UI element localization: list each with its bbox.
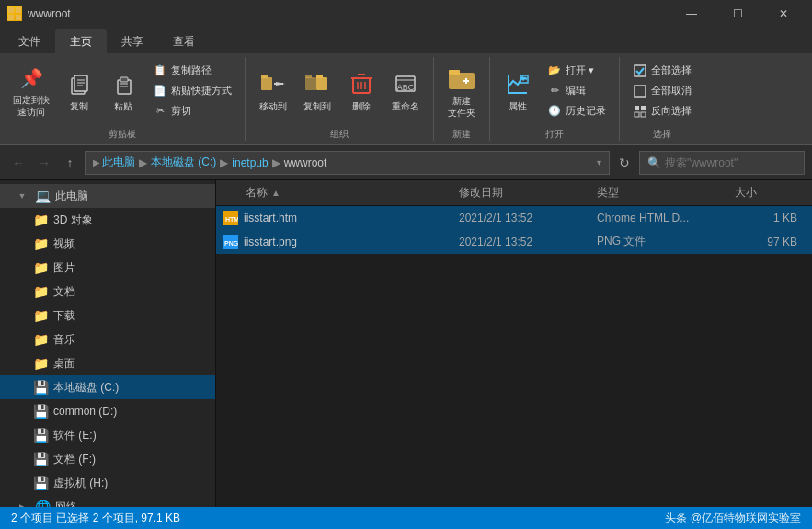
copy-button[interactable]: 复制 (59, 61, 99, 121)
column-name[interactable]: 名称 ▲ (216, 180, 455, 205)
select-all-button[interactable]: 全部选择 (627, 62, 697, 80)
invert-selection-button[interactable]: 反向选择 (627, 102, 697, 121)
tab-view[interactable]: 查看 (158, 29, 210, 53)
close-button[interactable]: ✕ (762, 0, 805, 28)
svg-rect-1 (16, 7, 21, 13)
properties-label: 属性 (509, 100, 527, 113)
paste-button[interactable]: 粘贴 (103, 61, 143, 121)
sidebar-item-pictures[interactable]: 📁 图片 (0, 256, 215, 280)
copy-to-button[interactable]: 复制到 (297, 61, 337, 121)
search-box[interactable]: 🔍 (639, 151, 805, 175)
open-button[interactable]: 📂 打开 ▾ (542, 62, 612, 80)
history-button[interactable]: 🕐 历史记录 (542, 102, 612, 121)
breadcrumb[interactable]: ▶ 此电脑 ▶ 本地磁盘 (C:) ▶ inetpub ▶ wwwroot ▾ (85, 151, 610, 175)
sidebar-item-documents[interactable]: 📁 文档 (0, 280, 215, 304)
column-type[interactable]: 类型 (593, 180, 731, 205)
copy-path-icon: 📋 (153, 63, 167, 78)
sidebar-item-d-drive[interactable]: 💾 common (D:) (0, 399, 215, 423)
sidebar-item-c-drive[interactable]: 💾 本地磁盘 (C:) (0, 375, 215, 399)
sidebar-item-video[interactable]: 📁 视频 (0, 232, 215, 256)
cut-label: 剪切 (171, 104, 191, 118)
breadcrumb-item-inetpub[interactable]: inetpub (232, 156, 268, 169)
history-label: 历史记录 (566, 104, 606, 118)
sidebar-item-e-drive[interactable]: 💾 软件 (E:) (0, 423, 215, 447)
move-to-icon (258, 69, 288, 98)
svg-rect-2 (8, 15, 14, 20)
png-file-icon: PNG (223, 235, 238, 249)
copy-path-button[interactable]: 📋 复制路径 (147, 62, 237, 80)
sidebar-label-video: 视频 (53, 236, 75, 252)
paste-shortcut-button[interactable]: 📄 粘贴快捷方式 (147, 82, 237, 100)
forward-button[interactable]: → (33, 152, 55, 174)
table-row[interactable]: PNG iisstart.png 2021/2/1 13:52 PNG 文件 9… (216, 230, 812, 254)
deselect-all-icon (633, 84, 647, 98)
svg-rect-37 (635, 106, 639, 110)
svg-rect-18 (305, 75, 312, 78)
ribbon: 📌 固定到快速访问 复制 (0, 53, 812, 145)
refresh-button[interactable]: ↻ (613, 152, 635, 174)
select-group-label: 选择 (653, 124, 671, 141)
network-icon: 🌐 (35, 500, 50, 507)
table-row[interactable]: HTM iisstart.htm 2021/2/1 13:52 Chrome H… (216, 206, 812, 230)
rename-icon: ABC (391, 69, 420, 98)
sidebar-item-downloads[interactable]: 📁 下载 (0, 304, 215, 328)
maximize-button[interactable]: ☐ (716, 0, 759, 28)
column-date[interactable]: 修改日期 (455, 180, 593, 205)
sidebar-label-3d: 3D 对象 (53, 213, 93, 228)
svg-rect-38 (641, 112, 646, 117)
svg-rect-39 (635, 112, 639, 117)
ribbon-group-open: 属性 📂 打开 ▾ ✏ 编辑 🕐 历史记录 打开 (490, 57, 620, 141)
properties-button[interactable]: 属性 (497, 61, 538, 121)
sidebar-item-this-pc[interactable]: ▼ 💻 此电脑 (0, 184, 215, 208)
sidebar-item-desktop[interactable]: 📁 桌面 (0, 351, 215, 375)
column-size[interactable]: 大小 (731, 180, 812, 205)
breadcrumb-item-pc[interactable]: 此电脑 (102, 155, 135, 170)
sidebar-item-network[interactable]: ▶ 🌐 网络 (0, 495, 215, 507)
tab-home[interactable]: 主页 (55, 29, 107, 53)
svg-rect-31 (449, 70, 460, 75)
search-input[interactable] (665, 156, 796, 169)
breadcrumb-sep-3: ▶ (272, 156, 280, 169)
sidebar-label-music: 音乐 (53, 332, 75, 348)
select-items: 全部选择 全部取消 (627, 57, 697, 124)
clipboard-items: 📌 固定到快速访问 复制 (7, 57, 237, 124)
tab-file[interactable]: 文件 (4, 29, 55, 53)
rename-button[interactable]: ABC 重命名 (385, 61, 426, 121)
title-bar-controls: — ☐ ✕ (670, 0, 805, 28)
sidebar-item-3d[interactable]: 📁 3D 对象 (0, 208, 215, 232)
drive-icon-f: 💾 (33, 452, 48, 466)
folder-icon-documents: 📁 (33, 284, 48, 299)
expand-icon-pc: ▼ (15, 189, 29, 203)
copy-label: 复制 (70, 100, 88, 113)
main-content: ▼ 💻 此电脑 📁 3D 对象 📁 视频 📁 图片 📁 文档 📁 下载 (0, 180, 812, 507)
edit-button[interactable]: ✏ 编辑 (542, 82, 612, 100)
pin-to-quick-access-button[interactable]: 📌 固定到快速访问 (7, 61, 55, 121)
sidebar-item-f-drive[interactable]: 💾 文档 (F:) (0, 447, 215, 471)
drive-icon-e: 💾 (33, 428, 48, 443)
pin-icon: 📌 (17, 64, 46, 92)
delete-icon (347, 69, 376, 98)
minimize-button[interactable]: — (670, 0, 713, 28)
sidebar-item-music[interactable]: 📁 音乐 (0, 328, 215, 351)
deselect-all-button[interactable]: 全部取消 (627, 82, 697, 100)
properties-icon (503, 69, 532, 98)
move-to-button[interactable]: 移动到 (253, 61, 293, 121)
back-button[interactable]: ← (7, 152, 29, 174)
svg-rect-13 (261, 77, 272, 90)
new-folder-button[interactable]: 新建文件夹 (441, 61, 482, 121)
delete-button[interactable]: 删除 (341, 61, 382, 121)
edit-icon: ✏ (547, 84, 562, 98)
cut-button[interactable]: ✂ 剪切 (147, 102, 237, 121)
breadcrumb-item-drive[interactable]: 本地磁盘 (C:) (151, 155, 216, 170)
move-to-label: 移动到 (259, 100, 287, 113)
organize-items: 移动到 复制到 (253, 57, 426, 124)
status-bar: 2 个项目 已选择 2 个项目, 97.1 KB 头条 @亿佰特物联网实验室 (0, 507, 812, 529)
svg-rect-3 (16, 15, 21, 20)
sidebar-item-h-drive[interactable]: 💾 虚拟机 (H:) (0, 471, 215, 495)
svg-rect-19 (316, 77, 327, 90)
tab-share[interactable]: 共享 (107, 29, 158, 53)
up-button[interactable]: ↑ (59, 152, 81, 174)
sort-arrow-name: ▲ (271, 188, 280, 198)
open-small-col: 📂 打开 ▾ ✏ 编辑 🕐 历史记录 (542, 62, 612, 121)
svg-rect-10 (120, 77, 128, 82)
